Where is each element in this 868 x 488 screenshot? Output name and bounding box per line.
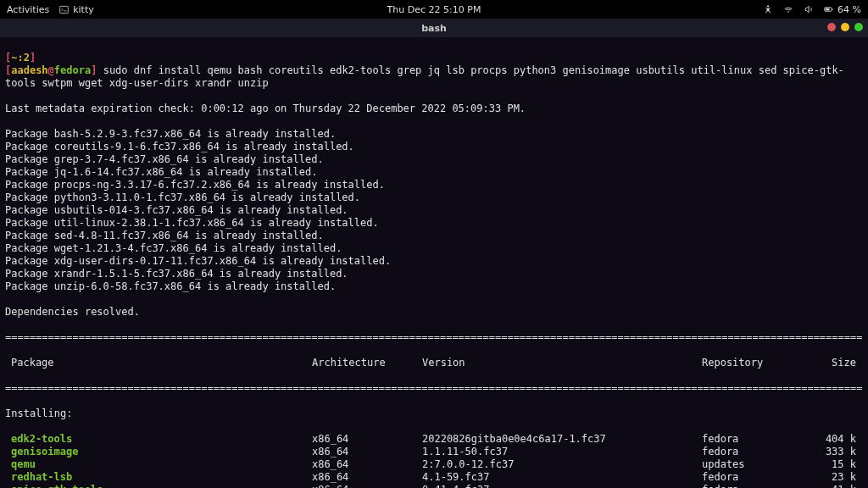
installed-line: Package unzip-6.0-58.fc37.x86_64 is alre… <box>5 280 863 293</box>
battery-indicator[interactable]: 64 % <box>824 4 861 15</box>
table-row: redhat-lsbx86_644.1-59.fc37fedora23 k <box>5 471 863 484</box>
pkg-size: 41 k <box>814 484 856 488</box>
installed-line: Package procps-ng-3.3.17-6.fc37.2.x86_64… <box>5 179 863 191</box>
col-package: Package <box>5 357 312 369</box>
clock[interactable]: Thu Dec 22 5:10 PM <box>387 4 481 15</box>
window-title: bash <box>421 23 447 34</box>
pkg-repo: updates <box>702 458 814 471</box>
pkg-repo: fedora <box>702 433 814 446</box>
divider-top: ========================================… <box>5 331 863 344</box>
col-size: Size <box>814 357 856 369</box>
pkg-arch: x86_64 <box>312 471 422 484</box>
terminal-icon <box>59 5 69 14</box>
pkg-size: 15 k <box>814 458 856 471</box>
wifi-icon[interactable] <box>783 4 793 14</box>
table-row: genisoimagex86_641.1.11-50.fc37fedora333… <box>5 446 863 458</box>
table-row: qemux86_642:7.0.0-12.fc37updates15 k <box>5 458 863 471</box>
pkg-name: redhat-lsb <box>11 471 72 484</box>
pkg-repo: fedora <box>702 446 814 458</box>
installed-line: Package grep-3.7-4.fc37.x86_64 is alread… <box>5 153 863 166</box>
pkg-name: genisoimage <box>11 446 78 458</box>
svg-point-1 <box>767 5 769 7</box>
table-row: edk2-toolsx86_6420220826gitba0e0e4c6a17-… <box>5 433 863 446</box>
svg-rect-4 <box>826 8 830 11</box>
pkg-arch: x86_64 <box>312 484 422 488</box>
table-row: spice-gtk-toolsx86_640.41-4.fc37fedora41… <box>5 484 863 488</box>
accessibility-icon[interactable] <box>763 4 773 14</box>
pkg-size: 23 k <box>814 471 856 484</box>
col-architecture: Architecture <box>312 357 422 369</box>
meta-line: Last metadata expiration check: 0:00:12 … <box>5 103 863 115</box>
col-version: Version <box>422 357 702 369</box>
installed-line: Package xdg-user-dirs-0.17-11.fc37.x86_6… <box>5 255 863 268</box>
pkg-repo: fedora <box>702 471 814 484</box>
deps-resolved: Dependencies resolved. <box>5 306 863 319</box>
pkg-name: qemu <box>11 458 36 471</box>
pkg-version: 4.1-59.fc37 <box>422 471 702 484</box>
prompt-line: [~:2] [aadesh@fedora] sudo dnf install q… <box>5 52 863 90</box>
app-indicator[interactable]: kitty <box>59 4 94 15</box>
pkg-arch: x86_64 <box>312 433 422 446</box>
close-button[interactable] <box>827 23 836 31</box>
installed-line: Package coreutils-9.1-6.fc37.x86_64 is a… <box>5 141 863 153</box>
pkg-arch: x86_64 <box>312 446 422 458</box>
divider-bottom: ========================================… <box>5 382 863 395</box>
installed-line: Package util-linux-2.38.1-1.fc37.x86_64 … <box>5 217 863 230</box>
app-name: kitty <box>73 4 94 15</box>
col-repository: Repository <box>702 357 814 369</box>
battery-icon <box>824 4 834 14</box>
pkg-repo: fedora <box>702 484 814 488</box>
installed-line: Package python3-3.11.0-1.fc37.x86_64 is … <box>5 191 863 204</box>
installed-line: Package sed-4.8-11.fc37.x86_64 is alread… <box>5 230 863 242</box>
installed-line: Package bash-5.2.9-3.fc37.x86_64 is alre… <box>5 128 863 141</box>
table-header: Package Architecture Version Repository … <box>5 357 863 369</box>
pkg-version: 20220826gitba0e0e4c6a17-1.fc37 <box>422 433 702 446</box>
svg-rect-0 <box>60 6 69 13</box>
installed-line: Package usbutils-014-3.fc37.x86_64 is al… <box>5 204 863 217</box>
installing-label: Installing: <box>5 408 863 420</box>
pkg-name: edk2-tools <box>11 433 72 446</box>
installed-line: Package xrandr-1.5.1-5.fc37.x86_64 is al… <box>5 268 863 280</box>
maximize-button[interactable] <box>854 23 863 31</box>
window-controls <box>827 23 863 31</box>
installed-packages-block: Package bash-5.2.9-3.fc37.x86_64 is alre… <box>5 128 863 293</box>
pkg-version: 2:7.0.0-12.fc37 <box>422 458 702 471</box>
battery-text: 64 % <box>837 4 861 15</box>
pkg-name: spice-gtk-tools <box>11 484 103 488</box>
installed-line: Package wget-1.21.3-4.fc37.x86_64 is alr… <box>5 242 863 255</box>
minimize-button[interactable] <box>841 23 849 31</box>
gnome-topbar: Activities kitty Thu Dec 22 5:10 PM 64 % <box>0 0 868 19</box>
pkg-size: 404 k <box>814 433 856 446</box>
pkg-version: 1.1.11-50.fc37 <box>422 446 702 458</box>
pkg-arch: x86_64 <box>312 458 422 471</box>
volume-icon[interactable] <box>804 4 814 14</box>
terminal[interactable]: [~:2] [aadesh@fedora] sudo dnf install q… <box>0 37 868 488</box>
activities-button[interactable]: Activities <box>7 4 49 15</box>
window-titlebar[interactable]: bash <box>0 19 868 37</box>
svg-rect-3 <box>832 8 832 10</box>
installed-line: Package jq-1.6-14.fc37.x86_64 is already… <box>5 166 863 179</box>
pkg-version: 0.41-4.fc37 <box>422 484 702 488</box>
installing-block: edk2-toolsx86_6420220826gitba0e0e4c6a17-… <box>5 433 863 488</box>
pkg-size: 333 k <box>814 446 856 458</box>
